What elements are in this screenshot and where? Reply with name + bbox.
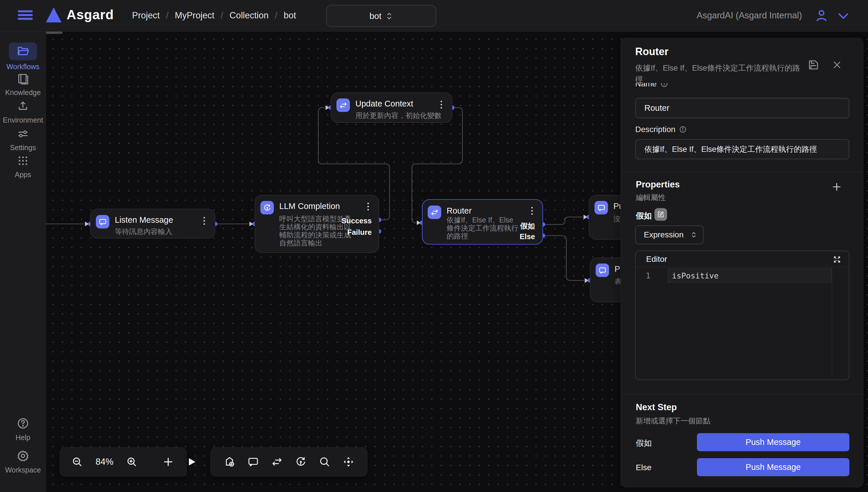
sidebar: Workflows Knowledge Environment Settings… [0, 31, 46, 492]
node-router[interactable]: Router 依據If、Else If、Else條件決定工作流程執行的路徑 假如… [422, 199, 543, 245]
tag-add-icon[interactable] [223, 456, 235, 468]
swap-tool-icon[interactable] [271, 456, 283, 468]
node-listen-message[interactable]: Listen Message 等待訊息內容輸入 [90, 209, 215, 239]
book-icon [17, 72, 29, 85]
node-subtitle: 依據If、Else If、Else條件決定工作流程執行的路徑 [447, 216, 520, 240]
workflow-selector[interactable]: bot [326, 5, 436, 27]
zoom-toolbar: 84% [60, 447, 187, 476]
save-icon[interactable] [808, 59, 819, 71]
node-title: Update Context [355, 99, 413, 108]
name-input[interactable]: Router [635, 98, 849, 118]
breadcrumb-myproject[interactable]: MyProject [175, 10, 215, 21]
port-if[interactable]: 假如 [520, 221, 535, 231]
swap-icon [428, 205, 441, 219]
port-else[interactable]: Else [520, 232, 535, 241]
app-logo-text: Asgard [67, 7, 114, 22]
gear-icon [16, 449, 30, 463]
user-icon[interactable] [814, 7, 829, 24]
editor-title: Editor [646, 254, 667, 264]
zoom-in-button[interactable] [126, 456, 138, 468]
expression-editor[interactable]: Editor 1 isPositive [635, 251, 849, 380]
expand-icon[interactable] [833, 255, 841, 264]
port-success[interactable]: Success [341, 217, 372, 225]
sidebar-item-workspace[interactable]: Workspace [0, 449, 46, 474]
sidebar-item-label: Knowledge [0, 89, 46, 97]
description-input[interactable]: 依據If、Else If、Else條件決定工作流程執行的路徑 [635, 139, 849, 159]
breadcrumb-bot[interactable]: bot [283, 10, 296, 21]
next-step-subtitle: 新增或選擇下一個節點 [636, 416, 711, 426]
sliders-icon [17, 127, 29, 140]
node-tools-toolbar [210, 447, 367, 476]
node-update-context[interactable]: Update Context 用於更新內容，初始化變數 [331, 93, 452, 123]
sidebar-item-label: Apps [0, 171, 46, 179]
next-step-if-label: 假如 [636, 438, 652, 449]
sidebar-item-label: Settings [0, 144, 46, 152]
add-node-button[interactable] [163, 457, 174, 467]
node-menu-icon[interactable] [527, 204, 536, 217]
grid-icon [17, 154, 29, 167]
sidebar-item-settings[interactable]: Settings [0, 127, 46, 152]
name-label-clipped: Name [635, 83, 668, 92]
editor-header: Editor [636, 251, 849, 267]
chevrons-up-down-icon [386, 12, 393, 20]
zoom-out-button[interactable] [72, 456, 83, 468]
help-circle-icon [16, 417, 30, 430]
node-menu-icon[interactable] [200, 215, 208, 227]
property-type-select[interactable]: Expression [635, 225, 703, 244]
sidebar-item-apps[interactable]: Apps [0, 154, 46, 179]
node-llm-completion[interactable]: LLM Completion 呼叫大型語言模型並產生結構化的資料輸出以輔助流程的… [255, 195, 379, 253]
push-message-button-else[interactable]: Push Message [697, 458, 849, 476]
workflow-selector-value: bot [369, 11, 381, 21]
close-icon[interactable] [832, 60, 842, 70]
sidebar-item-environment[interactable]: Environment [0, 100, 46, 124]
node-title: Router [447, 206, 472, 216]
line-number: 1 [636, 271, 661, 280]
router-tool-icon[interactable] [342, 456, 354, 468]
node-config-panel: Router 依據If、Else If、Else條件決定工作流程執行的路徑 Na… [621, 38, 863, 487]
property-key-label: 假如 [636, 211, 652, 221]
llm-icon [261, 201, 274, 215]
chevrons-up-down-icon [690, 231, 697, 239]
node-subtitle: 等待訊息內容輸入 [115, 227, 172, 236]
breadcrumb: Project / MyProject / Collection / bot [132, 10, 296, 21]
zoom-level[interactable]: 84% [96, 457, 114, 467]
code-line: isPositive [672, 271, 719, 280]
asgard-logo-icon [46, 7, 61, 22]
search-icon[interactable] [319, 456, 331, 468]
properties-title: Properties [636, 179, 680, 190]
breadcrumb-collection[interactable]: Collection [230, 10, 269, 21]
sidebar-item-label: Workflows [0, 63, 46, 71]
description-label-row: Description [635, 125, 687, 134]
account-label: AsgardAI (Asgard Internal) [697, 10, 802, 21]
push-message-button-if[interactable]: Push Message [697, 433, 849, 451]
panel-divider [621, 394, 863, 394]
node-title: Listen Message [115, 215, 173, 225]
menu-icon[interactable] [18, 8, 33, 22]
message-icon [596, 264, 609, 277]
account-chevron-down-icon[interactable] [837, 12, 850, 20]
node-menu-icon[interactable] [437, 98, 445, 111]
properties-subtitle: 編輯屬性 [636, 193, 666, 203]
run-button[interactable] [186, 457, 197, 467]
llm-tool-icon[interactable] [295, 456, 307, 468]
breadcrumb-project[interactable]: Project [132, 10, 159, 21]
sidebar-item-knowledge[interactable]: Knowledge [0, 72, 46, 97]
message-tool-icon[interactable] [247, 456, 259, 468]
swap-icon [337, 98, 350, 112]
sidebar-item-label: Environment [0, 116, 46, 124]
port-failure[interactable]: Failure [347, 228, 372, 237]
upload-icon [17, 100, 29, 113]
node-menu-icon[interactable] [364, 200, 372, 213]
edit-property-button[interactable] [654, 208, 667, 221]
sidebar-item-help[interactable]: Help [0, 417, 46, 442]
pencil-square-icon [657, 211, 665, 218]
editor-guide-line [832, 268, 832, 377]
node-subtitle: 用於更新內容，初始化變數 [355, 112, 442, 119]
panel-title: Router [635, 46, 669, 58]
folder-open-icon [16, 45, 30, 58]
message-icon [594, 201, 608, 215]
name-label: Name [635, 83, 657, 89]
sidebar-item-workflows[interactable]: Workflows [0, 43, 46, 71]
code-area[interactable]: 1 isPositive [636, 268, 849, 380]
add-property-icon[interactable] [832, 182, 842, 192]
